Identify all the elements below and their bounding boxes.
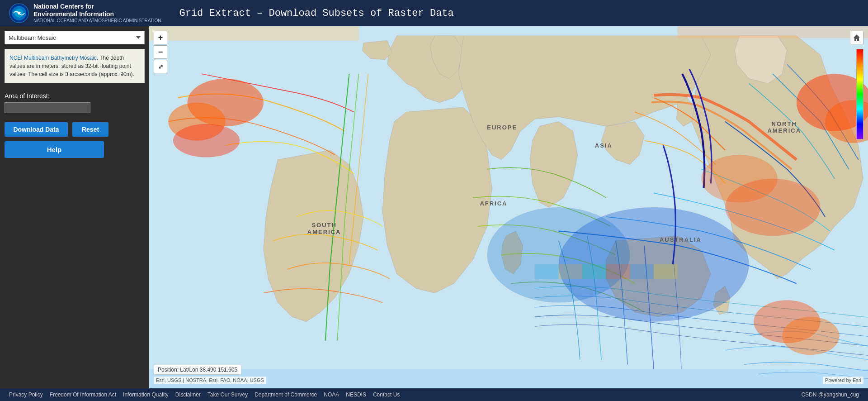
description-box: NCEI Multibeam Bathymetry Mosaic. The de…: [5, 49, 145, 83]
footer: Privacy Policy Freedom Of Information Ac…: [0, 388, 868, 401]
svg-rect-16: [630, 264, 654, 279]
footer-information-quality[interactable]: Information Quality: [123, 391, 169, 398]
map-area[interactable]: + − ⤢: [149, 26, 868, 388]
footer-right: CSDN @yangshun_cug: [801, 391, 859, 398]
powered-by-label: Powered by Esri: [823, 377, 863, 384]
svg-point-7: [173, 124, 240, 158]
svg-rect-23: [678, 26, 868, 38]
zoom-out-button[interactable]: −: [154, 45, 167, 59]
dataset-dropdown[interactable]: Multibeam Mosaic: [5, 31, 145, 44]
sidebar: Multibeam Mosaic NCEI Multibeam Bathymet…: [0, 26, 149, 388]
noaa-logo-icon: [9, 3, 29, 23]
color-scale-bar: [856, 49, 863, 139]
area-of-interest-input[interactable]: [5, 102, 90, 113]
footer-foia[interactable]: Freedom Of Information Act: [50, 391, 116, 398]
world-map: [149, 26, 868, 388]
footer-nesdis[interactable]: NESDIS: [346, 391, 366, 398]
footer-links: Privacy Policy Freedom Of Information Ac…: [9, 391, 400, 398]
main-content: Multibeam Mosaic NCEI Multibeam Bathymet…: [0, 26, 868, 388]
footer-dept-of-commerce[interactable]: Department of Commerce: [255, 391, 317, 398]
dataset-link[interactable]: NCEI Multibeam Bathymetry Mosaic.: [9, 55, 98, 61]
svg-point-21: [782, 317, 839, 355]
svg-point-9: [701, 155, 777, 202]
svg-rect-17: [654, 264, 678, 279]
svg-rect-12: [535, 264, 559, 279]
header: National Centers for Environmental Infor…: [0, 0, 868, 26]
agency-name: National Centers for Environmental Infor…: [33, 3, 161, 24]
agency-noaa-name: NATIONAL OCEANIC AND ATMOSPHERIC ADMINIS…: [33, 18, 161, 24]
footer-noaa[interactable]: NOAA: [324, 391, 339, 398]
svg-rect-13: [559, 264, 583, 279]
help-button[interactable]: Help: [5, 141, 104, 158]
footer-credit: CSDN @yangshun_cug: [801, 391, 859, 398]
btn-row: Download Data Reset: [5, 122, 145, 137]
area-section: Area of Interest:: [5, 92, 145, 113]
footer-privacy-policy[interactable]: Privacy Policy: [9, 391, 43, 398]
map-controls: + − ⤢: [154, 31, 167, 73]
svg-rect-15: [606, 264, 630, 279]
footer-disclaimer[interactable]: Disclaimer: [175, 391, 201, 398]
download-data-button[interactable]: Download Data: [5, 122, 68, 137]
svg-rect-22: [149, 26, 359, 41]
agency-env-name: Environmental Information: [33, 10, 161, 18]
svg-rect-14: [582, 264, 606, 279]
agency-main-name: National Centers for: [33, 3, 161, 10]
svg-point-11: [487, 207, 630, 303]
area-of-interest-label: Area of Interest:: [5, 92, 145, 100]
buttons-section: Download Data Reset Help: [5, 122, 145, 158]
zoom-in-button[interactable]: +: [154, 31, 167, 44]
reset-button[interactable]: Reset: [72, 122, 108, 137]
position-display: Position: Lat/Lon 38.490 151.605: [154, 365, 241, 375]
footer-take-our-survey[interactable]: Take Our Survey: [208, 391, 248, 398]
home-button[interactable]: [850, 31, 863, 44]
extent-button[interactable]: ⤢: [154, 60, 167, 73]
page-title: Grid Extract – Download Subsets of Raste…: [179, 8, 453, 19]
footer-contact-us[interactable]: Contact Us: [373, 391, 400, 398]
map-attribution: Esri, USGS | NOSTRA, Esri, FAO, NOAA, US…: [154, 377, 266, 384]
logo-area: National Centers for Environmental Infor…: [9, 3, 161, 24]
home-icon: [853, 34, 860, 41]
